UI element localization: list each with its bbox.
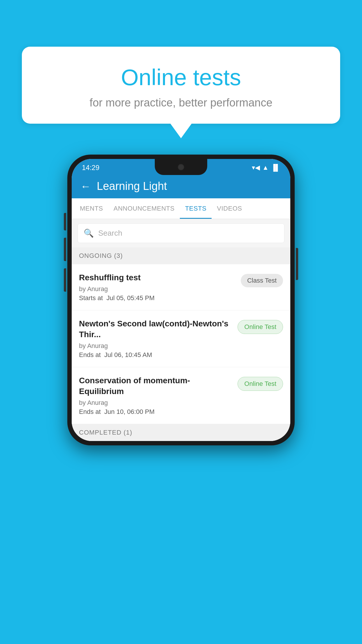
- volume-down-button: [64, 238, 66, 261]
- badge-online-test-3: Online Test: [238, 377, 283, 391]
- search-bar[interactable]: 🔍 Search: [78, 223, 284, 243]
- test-info-3: Conservation of momentum-Equilibrium by …: [79, 375, 238, 416]
- tab-ments[interactable]: MENTS: [75, 198, 108, 219]
- test-time-3: Ends at Jun 10, 06:00 PM: [79, 408, 233, 416]
- test-author-2: by Anurag: [79, 342, 233, 350]
- speech-bubble: Online tests for more practice, better p…: [22, 47, 340, 124]
- bubble-subtitle: for more practice, better performance: [36, 97, 326, 109]
- test-item-2[interactable]: Newton's Second law(contd)-Newton's Thir…: [72, 310, 290, 367]
- signal-icon: ▲: [262, 164, 269, 172]
- back-button[interactable]: ←: [80, 180, 91, 192]
- battery-icon: ▐▌: [271, 164, 280, 172]
- test-item-1[interactable]: Reshuffling test by Anurag Starts at Jul…: [72, 264, 290, 310]
- app-header: ← Learning Light: [72, 174, 290, 198]
- power-button: [296, 248, 298, 280]
- badge-online-test-2: Online Test: [238, 320, 283, 334]
- test-info-1: Reshuffling test by Anurag Starts at Jul…: [79, 272, 241, 302]
- test-item-3[interactable]: Conservation of momentum-Equilibrium by …: [72, 367, 290, 424]
- badge-class-test-1: Class Test: [241, 274, 283, 287]
- camera: [178, 164, 184, 170]
- ongoing-section-header: ONGOING (3): [72, 247, 290, 264]
- test-time-2: Ends at Jul 06, 10:45 AM: [79, 351, 233, 359]
- phone-frame: 14:29 ▾◀ ▲ ▐▌ ← Learning Light MENTS ANN…: [67, 155, 295, 445]
- tabs-bar: MENTS ANNOUNCEMENTS TESTS VIDEOS: [72, 198, 290, 219]
- app-title: Learning Light: [97, 180, 167, 192]
- test-name-3: Conservation of momentum-Equilibrium: [79, 375, 233, 397]
- status-time: 14:29: [82, 164, 99, 172]
- test-author-3: by Anurag: [79, 399, 233, 407]
- wifi-icon: ▾◀: [252, 164, 260, 172]
- search-container: 🔍 Search: [72, 219, 290, 247]
- bubble-title: Online tests: [36, 64, 326, 91]
- test-time-1: Starts at Jul 05, 05:45 PM: [79, 294, 236, 302]
- phone-wrapper: 14:29 ▾◀ ▲ ▐▌ ← Learning Light MENTS ANN…: [67, 155, 295, 445]
- status-icons: ▾◀ ▲ ▐▌: [252, 164, 280, 172]
- phone-notch: [155, 159, 207, 175]
- test-list: Reshuffling test by Anurag Starts at Jul…: [72, 264, 290, 424]
- phone-screen: 14:29 ▾◀ ▲ ▐▌ ← Learning Light MENTS ANN…: [72, 159, 290, 441]
- test-author-1: by Anurag: [79, 285, 236, 293]
- test-name-1: Reshuffling test: [79, 272, 236, 283]
- tab-videos[interactable]: VIDEOS: [212, 198, 247, 219]
- completed-section-header: COMPLETED (1): [72, 424, 290, 441]
- search-placeholder: Search: [98, 229, 122, 238]
- test-name-2: Newton's Second law(contd)-Newton's Thir…: [79, 318, 233, 340]
- silent-button: [64, 268, 66, 292]
- volume-up-button: [64, 213, 66, 230]
- search-icon: 🔍: [84, 228, 94, 238]
- test-info-2: Newton's Second law(contd)-Newton's Thir…: [79, 318, 238, 359]
- tab-announcements[interactable]: ANNOUNCEMENTS: [108, 198, 180, 219]
- tab-tests[interactable]: TESTS: [180, 198, 212, 219]
